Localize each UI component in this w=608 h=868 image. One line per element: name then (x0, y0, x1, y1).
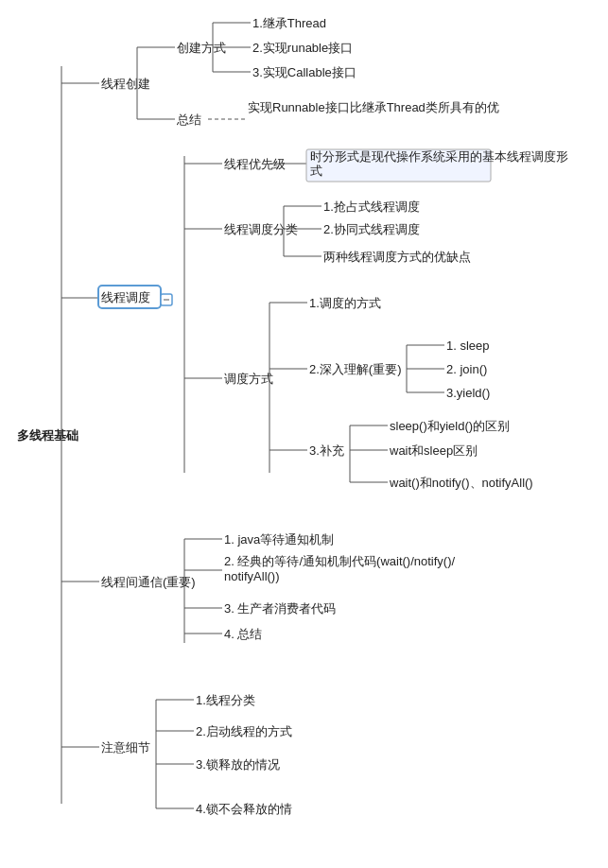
node-启动线程: 2.启动线程的方式 (196, 724, 292, 738)
node-生产者: 3. 生产者消费者代码 (224, 601, 336, 616)
node-调度的方式: 1.调度的方式 (309, 296, 381, 310)
node-补充: 3.补充 (309, 443, 344, 458)
node-java通知: 1. java等待通知机制 (224, 532, 334, 547)
root-label: 多线程基础 (17, 428, 78, 443)
node-时分形式: 时分形式是现代操作系统采用的基本线程调度形 (310, 149, 568, 164)
node-注意细节: 注意细节 (101, 740, 150, 755)
node-wait-sleep: wait和sleep区别 (389, 443, 478, 458)
mind-map-container: 多线程基础 线程创建 创建方式 1.继承Thread 2.实现runable接口… (0, 0, 608, 868)
node-调度方式: 调度方式 (224, 372, 273, 386)
node-经典等待2: notifyAll()) (224, 569, 280, 583)
node-两种优缺: 两种线程调度方式的优缺点 (323, 250, 471, 264)
node-协同式: 2.协同式线程调度 (323, 222, 420, 236)
node-时分形式2: 式 (310, 164, 322, 178)
node-线程分类: 1.线程分类 (196, 693, 255, 707)
node-join: 2. join() (446, 362, 487, 376)
node-sleep-yield-diff: sleep()和yield()的区别 (390, 419, 510, 433)
node-锁释放: 3.锁释放的情况 (196, 757, 280, 772)
node-wait-notify: wait()和notify()、notifyAll() (389, 476, 533, 490)
node-锁不释放: 4.锁不会释放的情 (196, 802, 292, 816)
node-线程间通信: 线程间通信(重要) (101, 575, 196, 589)
node-经典等待1: 2. 经典的等待/通知机制代码(wait()/notify()/ (224, 554, 456, 568)
node-sleep: 1. sleep (446, 339, 490, 353)
node-线程创建: 线程创建 (101, 77, 150, 91)
node-继承Thread: 1.继承Thread (252, 16, 326, 30)
node-runnable-summary: 实现Runnable接口比继承Thread类所具有的优 (248, 100, 499, 114)
node-runable: 2.实现runable接口 (252, 41, 353, 55)
node-线程调度[interactable]: 线程调度 (101, 290, 150, 304)
node-总结1: 总结 (176, 113, 201, 127)
node-总结2: 4. 总结 (224, 627, 262, 641)
node-抢占式: 1.抢占式线程调度 (323, 200, 420, 214)
mind-map-svg: 多线程基础 线程创建 创建方式 1.继承Thread 2.实现runable接口… (9, 9, 608, 860)
node-深入理解: 2.深入理解(重要) (309, 362, 402, 376)
node-callable: 3.实现Callable接口 (252, 65, 356, 79)
node-yield: 3.yield() (446, 386, 490, 400)
